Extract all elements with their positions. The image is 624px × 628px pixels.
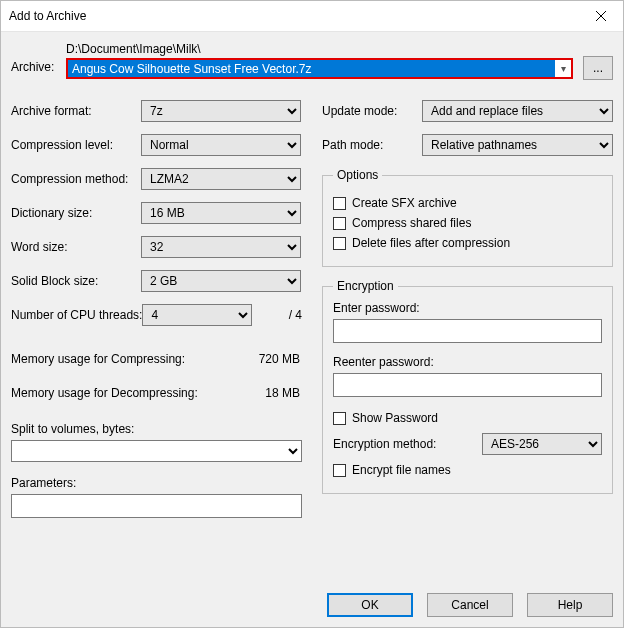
encrypt-filenames-label: Encrypt file names xyxy=(352,463,451,477)
mem-compress-value: 720 MB xyxy=(211,352,302,366)
compress-shared-label: Compress shared files xyxy=(352,216,471,230)
update-mode-combo[interactable]: Add and replace files xyxy=(422,100,613,122)
encryption-legend: Encryption xyxy=(333,279,398,293)
help-button[interactable]: Help xyxy=(527,593,613,617)
sfx-checkbox[interactable] xyxy=(333,197,346,210)
dialog-buttons: OK Cancel Help xyxy=(327,593,613,617)
reenter-password-label: Reenter password: xyxy=(333,355,602,369)
close-button[interactable] xyxy=(579,1,623,31)
parameters-input[interactable] xyxy=(11,494,302,518)
close-icon xyxy=(596,11,606,21)
cpu-threads-combo[interactable]: 4 xyxy=(142,304,252,326)
encrypt-filenames-checkbox[interactable] xyxy=(333,464,346,477)
solid-block-size-combo[interactable]: 2 GB xyxy=(141,270,301,292)
delete-after-checkbox[interactable] xyxy=(333,237,346,250)
word-size-combo[interactable]: 32 xyxy=(141,236,301,258)
archive-name-combo[interactable]: Angus Cow Silhouette Sunset Free Vector.… xyxy=(66,58,573,79)
cpu-threads-total: / 4 xyxy=(262,308,302,322)
compression-method-combo[interactable]: LZMA2 xyxy=(141,168,301,190)
encryption-method-combo[interactable]: AES-256 xyxy=(482,433,602,455)
archive-format-label: Archive format: xyxy=(11,104,141,118)
compression-level-label: Compression level: xyxy=(11,138,141,152)
path-mode-combo[interactable]: Relative pathnames xyxy=(422,134,613,156)
mem-compress-label: Memory usage for Compressing: xyxy=(11,352,211,366)
titlebar: Add to Archive xyxy=(1,1,623,32)
archive-filename: Angus Cow Silhouette Sunset Free Vector.… xyxy=(68,60,555,77)
ok-button[interactable]: OK xyxy=(327,593,413,617)
archive-format-combo[interactable]: 7z xyxy=(141,100,301,122)
solid-block-size-label: Solid Block size: xyxy=(11,274,141,288)
encryption-method-label: Encryption method: xyxy=(333,437,482,451)
archive-label: Archive: xyxy=(11,42,66,74)
compress-shared-checkbox[interactable] xyxy=(333,217,346,230)
path-mode-label: Path mode: xyxy=(322,138,422,152)
dialog-content: Archive: D:\Document\Image\Milk\ Angus C… xyxy=(1,32,623,518)
encryption-group: Encryption Enter password: Reenter passw… xyxy=(322,279,613,494)
dialog-add-to-archive: Add to Archive Archive: D:\Document\Imag… xyxy=(0,0,624,628)
compression-level-combo[interactable]: Normal xyxy=(141,134,301,156)
dictionary-size-combo[interactable]: 16 MB xyxy=(141,202,301,224)
right-column: Update mode: Add and replace files Path … xyxy=(322,100,613,518)
enter-password-input[interactable] xyxy=(333,319,602,343)
update-mode-label: Update mode: xyxy=(322,104,422,118)
sfx-label: Create SFX archive xyxy=(352,196,457,210)
enter-password-label: Enter password: xyxy=(333,301,602,315)
archive-path: D:\Document\Image\Milk\ xyxy=(66,42,613,56)
left-column: Archive format: 7z Compression level: No… xyxy=(11,100,302,518)
reenter-password-input[interactable] xyxy=(333,373,602,397)
options-group: Options Create SFX archive Compress shar… xyxy=(322,168,613,267)
split-volumes-label: Split to volumes, bytes: xyxy=(11,422,302,436)
show-password-checkbox[interactable] xyxy=(333,412,346,425)
browse-button[interactable]: ... xyxy=(583,56,613,80)
chevron-down-icon: ▾ xyxy=(555,60,571,77)
window-title: Add to Archive xyxy=(9,9,86,23)
split-volumes-combo[interactable] xyxy=(11,440,302,462)
compression-method-label: Compression method: xyxy=(11,172,141,186)
mem-decompress-label: Memory usage for Decompressing: xyxy=(11,386,211,400)
show-password-label: Show Password xyxy=(352,411,438,425)
cancel-button[interactable]: Cancel xyxy=(427,593,513,617)
options-legend: Options xyxy=(333,168,382,182)
word-size-label: Word size: xyxy=(11,240,141,254)
parameters-label: Parameters: xyxy=(11,476,302,490)
delete-after-label: Delete files after compression xyxy=(352,236,510,250)
mem-decompress-value: 18 MB xyxy=(211,386,302,400)
dictionary-size-label: Dictionary size: xyxy=(11,206,141,220)
cpu-threads-label: Number of CPU threads: xyxy=(11,308,142,322)
